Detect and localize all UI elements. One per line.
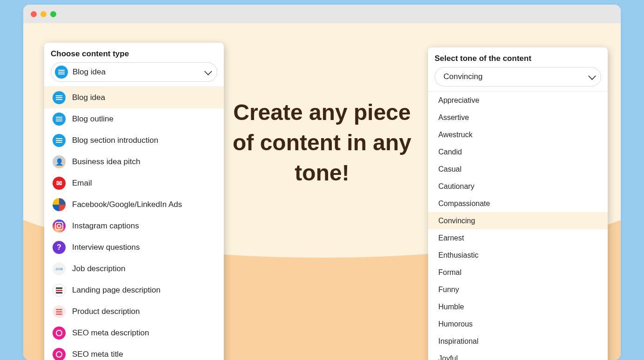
option-label: Email: [72, 179, 92, 188]
content-type-option[interactable]: Interview questions: [44, 237, 224, 258]
option-label: Funny: [438, 286, 459, 294]
browser-window: Create any piece of content in any tone!…: [23, 5, 621, 360]
seo-icon: [53, 348, 66, 360]
content-type-option[interactable]: Email: [44, 173, 224, 194]
option-label: Inspirational: [438, 337, 478, 346]
tone-option[interactable]: Enthusiastic: [428, 247, 608, 264]
option-label: Enthusiastic: [438, 251, 478, 260]
window-minimize-button[interactable]: [40, 11, 47, 17]
tone-option[interactable]: Compassionate: [428, 195, 608, 212]
option-label: Earnest: [438, 234, 464, 242]
content-type-option[interactable]: Blog idea: [44, 87, 224, 108]
content-type-option[interactable]: Business idea pitch: [44, 151, 224, 173]
option-label: Humble: [438, 303, 464, 311]
option-label: Facebook/Google/LinkedIn Ads: [72, 200, 182, 209]
option-label: SEO meta title: [72, 350, 123, 359]
tone-panel: Select tone of the content Convincing Ap…: [428, 47, 608, 360]
option-label: Assertive: [438, 113, 469, 122]
window-maximize-button[interactable]: [50, 11, 56, 17]
option-label: Instagram captions: [72, 221, 139, 231]
tone-option[interactable]: Candid: [428, 143, 608, 160]
content-type-option[interactable]: Blog section introduction: [44, 130, 224, 151]
tone-option[interactable]: Earnest: [428, 229, 608, 247]
window-close-button[interactable]: [31, 11, 37, 17]
tone-option[interactable]: Inspirational: [428, 333, 608, 350]
option-label: Product description: [72, 307, 140, 316]
product-icon: [53, 305, 66, 318]
option-label: SEO meta description: [72, 328, 149, 338]
option-label: Candid: [438, 148, 462, 156]
content-type-panel: Choose content type Blog idea Blog ideaB…: [44, 43, 224, 360]
content-type-option[interactable]: Instagram captions: [44, 215, 224, 237]
tone-option[interactable]: Appreciative: [428, 92, 608, 109]
option-label: Casual: [438, 165, 462, 173]
option-label: Job description: [72, 264, 125, 273]
tone-option[interactable]: Cautionary: [428, 178, 608, 195]
option-label: Compassionate: [438, 200, 490, 208]
option-label: Appreciative: [438, 96, 479, 105]
tone-option[interactable]: Convincing: [428, 212, 608, 229]
tone-option[interactable]: Funny: [428, 281, 608, 298]
tone-option[interactable]: Joyful: [428, 350, 608, 360]
tone-dropdown[interactable]: Convincing: [435, 67, 601, 87]
option-label: Cautionary: [438, 182, 474, 191]
tone-label: Select tone of the content: [435, 54, 601, 63]
option-label: Blog idea: [72, 93, 105, 102]
blog-icon: [53, 91, 66, 104]
tone-option[interactable]: Formal: [428, 264, 608, 281]
content-type-option[interactable]: Landing page description: [44, 280, 224, 301]
interview-icon: [53, 241, 66, 254]
blog-icon: [53, 113, 66, 126]
tone-option[interactable]: Humorous: [428, 315, 608, 333]
blog-icon: [55, 66, 68, 79]
option-label: Interview questions: [72, 243, 140, 252]
app-content: Create any piece of content in any tone!…: [23, 23, 621, 360]
window-title-bar: [23, 5, 621, 23]
chevron-down-icon: [588, 72, 596, 80]
content-type-option[interactable]: Facebook/Google/LinkedIn Ads: [44, 194, 224, 215]
option-label: Joyful: [438, 354, 458, 360]
tone-option[interactable]: Awestruck: [428, 126, 608, 143]
option-label: Blog section introduction: [72, 136, 158, 145]
email2-icon: [53, 177, 66, 190]
content-type-option[interactable]: Blog outline: [44, 108, 224, 130]
content-type-menu: Blog ideaBlog outlineBlog section introd…: [44, 87, 224, 360]
content-type-label: Choose content type: [51, 49, 217, 59]
tone-selected: Convincing: [443, 72, 589, 81]
ads-icon: [53, 198, 66, 211]
tone-menu: AppreciativeAssertiveAwestruckCandidCasu…: [428, 91, 608, 360]
option-label: Landing page description: [72, 286, 161, 295]
blog-icon: [53, 134, 66, 147]
tone-option[interactable]: Humble: [428, 298, 608, 315]
option-label: Humorous: [438, 320, 473, 328]
job-icon: [53, 262, 66, 275]
content-type-option[interactable]: Product description: [44, 301, 224, 322]
tone-option[interactable]: Casual: [428, 160, 608, 178]
content-type-option[interactable]: SEO meta title: [44, 344, 224, 360]
chevron-down-icon: [204, 67, 212, 75]
content-type-selected: Blog idea: [73, 67, 205, 77]
option-label: Blog outline: [72, 114, 114, 124]
option-label: Formal: [438, 268, 462, 277]
seo-icon: [53, 327, 66, 340]
content-type-dropdown[interactable]: Blog idea: [51, 62, 217, 82]
content-type-option[interactable]: Job description: [44, 258, 224, 280]
biz-icon: [53, 155, 66, 168]
option-label: Convincing: [438, 217, 475, 225]
insta-icon: [53, 220, 66, 233]
option-label: Business idea pitch: [72, 157, 140, 167]
headline: Create any piece of content in any tone!: [224, 98, 420, 188]
option-label: Awestruck: [438, 131, 473, 139]
content-type-option[interactable]: SEO meta description: [44, 322, 224, 344]
tone-option[interactable]: Assertive: [428, 109, 608, 126]
landing-icon: [53, 284, 66, 297]
